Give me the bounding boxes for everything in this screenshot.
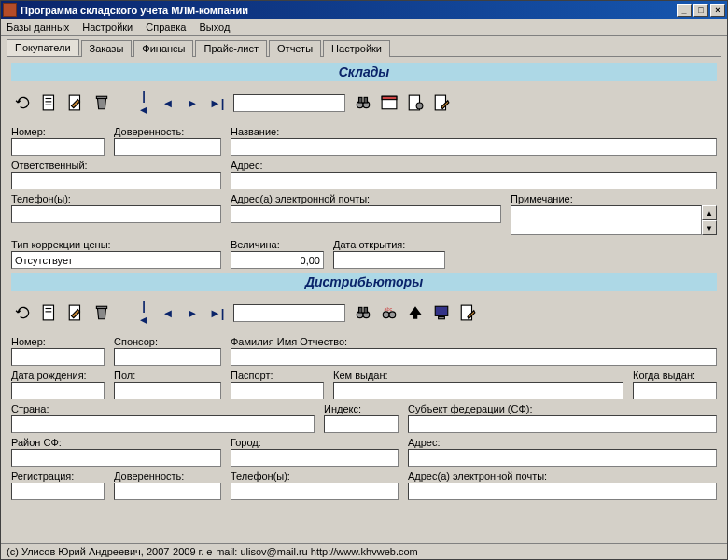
input-d-birthdate[interactable] — [11, 382, 105, 399]
input-d-sponsor[interactable] — [114, 348, 221, 366]
input-d-country[interactable] — [11, 415, 315, 433]
note-edit-icon[interactable] — [459, 304, 476, 321]
svg-rect-26 — [364, 307, 367, 313]
input-number[interactable] — [11, 138, 105, 156]
label-phones: Телефон(ы): — [11, 193, 221, 204]
input-open-date[interactable] — [333, 251, 445, 269]
label-d-fio: Фамилия Имя Отчество: — [231, 336, 717, 347]
distributors-search-input[interactable] — [233, 304, 345, 322]
note-edit-icon[interactable] — [433, 94, 450, 111]
find-text-icon[interactable]: abc — [381, 304, 398, 321]
distributors-toolbar: |◄ ◄ ► ►| abc — [11, 297, 717, 334]
label-price-correction: Тип коррекции цены: — [11, 239, 221, 250]
next-record-icon[interactable]: ► — [185, 96, 200, 110]
input-phones[interactable] — [11, 205, 221, 223]
content-pane: Склады |◄ ◄ ► ►| Номер: Доверенность: На… — [7, 56, 721, 539]
new-record-icon[interactable] — [41, 304, 58, 321]
app-icon — [3, 3, 17, 17]
refresh-icon[interactable] — [15, 94, 32, 111]
label-note: Примечание: — [511, 193, 702, 204]
binoculars-icon[interactable] — [355, 94, 371, 111]
first-record-icon[interactable]: |◄ — [136, 89, 151, 117]
note-scroll-down[interactable]: ▼ — [702, 220, 717, 235]
label-power: Доверенность: — [114, 126, 221, 137]
minimize-button[interactable]: _ — [677, 4, 692, 17]
menubar: Базы данных Настройки Справка Выход — [1, 19, 727, 36]
svg-rect-30 — [435, 306, 448, 315]
label-d-birthdate: Дата рождения: — [11, 370, 105, 381]
prev-record-icon[interactable]: ◄ — [161, 96, 175, 110]
tab-buyers[interactable]: Покупатели — [7, 39, 79, 56]
refresh-icon[interactable] — [15, 304, 32, 321]
input-d-issued-by[interactable] — [333, 382, 623, 399]
menu-settings[interactable]: Настройки — [82, 21, 133, 33]
input-d-phones[interactable] — [231, 483, 399, 500]
input-d-passport[interactable] — [231, 382, 324, 399]
menu-help[interactable]: Справка — [146, 21, 186, 33]
label-d-subject: Субъект федерации (СФ): — [408, 403, 717, 414]
input-value[interactable] — [231, 251, 324, 269]
input-address[interactable] — [231, 172, 717, 189]
svg-rect-11 — [382, 96, 397, 99]
maximize-button[interactable]: □ — [693, 4, 708, 17]
input-d-address[interactable] — [408, 449, 717, 467]
label-value: Величина: — [231, 239, 324, 250]
label-address: Адрес: — [231, 160, 717, 171]
label-d-city: Город: — [231, 437, 399, 448]
computer-icon[interactable] — [433, 304, 450, 321]
label-open-date: Дата открытия: — [333, 239, 445, 250]
prev-record-icon[interactable]: ◄ — [161, 306, 175, 320]
edit-record-icon[interactable] — [67, 304, 84, 321]
label-name: Название: — [231, 126, 717, 137]
first-record-icon[interactable]: |◄ — [136, 299, 151, 327]
svg-rect-9 — [364, 97, 367, 103]
input-d-city[interactable] — [231, 449, 399, 467]
input-d-emails[interactable] — [408, 483, 717, 500]
warehouses-search-input[interactable] — [233, 94, 345, 112]
tab-orders[interactable]: Заказы — [81, 40, 133, 57]
svg-text:abc: abc — [384, 306, 392, 312]
input-d-when-issued[interactable] — [633, 382, 717, 399]
input-price-correction[interactable] — [11, 251, 221, 269]
input-responsible[interactable] — [11, 172, 221, 189]
svg-point-28 — [389, 312, 396, 318]
svg-rect-25 — [359, 307, 362, 313]
input-name[interactable] — [231, 138, 717, 156]
tab-settings[interactable]: Настройки — [323, 40, 390, 57]
input-d-index[interactable] — [324, 415, 399, 433]
input-emails[interactable] — [231, 205, 501, 223]
delete-record-icon[interactable] — [93, 304, 110, 321]
input-d-sex[interactable] — [114, 382, 221, 399]
tab-reports[interactable]: Отчеты — [269, 40, 321, 57]
menu-exit[interactable]: Выход — [199, 21, 230, 33]
textarea-note[interactable] — [511, 205, 702, 235]
svg-rect-18 — [43, 305, 53, 320]
input-d-power[interactable] — [114, 483, 221, 500]
properties-icon[interactable] — [407, 94, 424, 111]
note-scroll-up[interactable]: ▲ — [702, 205, 717, 220]
up-arrow-icon[interactable] — [407, 304, 424, 321]
label-d-country: Страна: — [11, 403, 315, 414]
menu-databases[interactable]: Базы данных — [7, 21, 69, 33]
calendar-icon[interactable] — [381, 94, 398, 111]
label-d-issued-by: Кем выдан: — [333, 370, 623, 381]
edit-record-icon[interactable] — [67, 94, 84, 111]
input-d-number[interactable] — [11, 348, 105, 366]
last-record-icon[interactable]: ►| — [209, 306, 224, 320]
tab-pricelist[interactable]: Прайс-лист — [195, 40, 267, 57]
delete-record-icon[interactable] — [93, 94, 110, 111]
binoculars-icon[interactable] — [355, 304, 371, 321]
svg-point-27 — [383, 312, 389, 318]
input-d-registration[interactable] — [11, 483, 105, 500]
close-button[interactable]: × — [710, 4, 725, 17]
tab-finance[interactable]: Финансы — [133, 40, 193, 57]
new-record-icon[interactable] — [41, 94, 58, 111]
input-d-fio[interactable] — [231, 348, 717, 366]
input-d-subject[interactable] — [408, 415, 717, 433]
label-d-registration: Регистрация: — [11, 470, 105, 482]
last-record-icon[interactable]: ►| — [209, 96, 224, 110]
input-power[interactable] — [114, 138, 221, 156]
label-d-when-issued: Когда выдан: — [633, 370, 717, 381]
input-d-district[interactable] — [11, 449, 221, 467]
next-record-icon[interactable]: ► — [185, 306, 200, 320]
